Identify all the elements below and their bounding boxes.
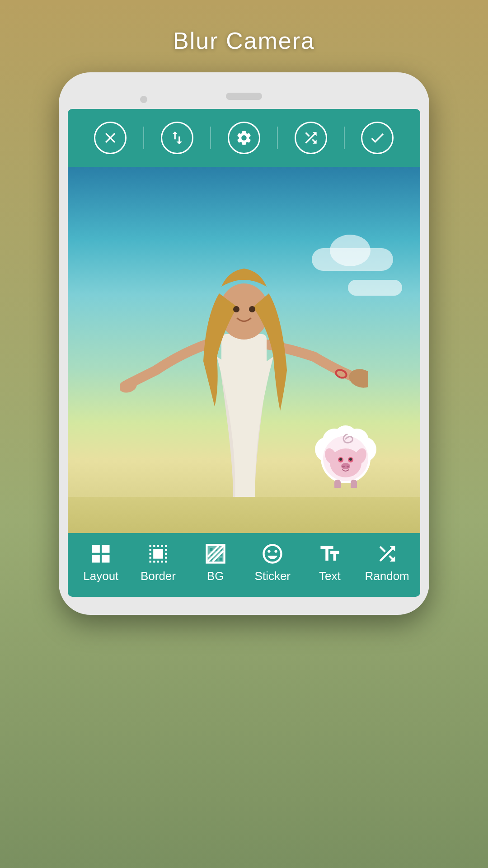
random-tool[interactable]: Random — [365, 542, 410, 583]
ground — [68, 497, 420, 533]
text-tool[interactable]: Text — [307, 542, 352, 583]
border-tool[interactable]: Border — [136, 542, 181, 583]
svg-point-1 — [347, 366, 368, 390]
svg-point-19 — [349, 458, 352, 461]
photo-area — [68, 167, 420, 533]
bottom-toolbar: Layout Border BG — [68, 533, 420, 597]
phone-frame: Layout Border BG — [59, 72, 429, 615]
shuffle-button[interactable] — [295, 122, 327, 154]
phone-screen: Layout Border BG — [68, 109, 420, 597]
phone-top-bar — [68, 86, 420, 109]
sheep-sticker — [307, 415, 384, 488]
close-button[interactable] — [94, 122, 127, 154]
toolbar-divider-1 — [143, 127, 144, 149]
svg-point-22 — [347, 466, 349, 467]
confirm-button[interactable] — [361, 122, 394, 154]
svg-point-5 — [233, 306, 239, 312]
svg-point-21 — [342, 466, 345, 467]
sticker-tool[interactable]: Sticker — [250, 542, 295, 583]
toolbar-divider-4 — [344, 127, 345, 149]
top-toolbar — [68, 109, 420, 167]
toolbar-divider-2 — [210, 127, 211, 149]
svg-point-6 — [249, 306, 255, 312]
svg-point-18 — [339, 458, 342, 461]
toolbar-divider-3 — [277, 127, 278, 149]
svg-rect-2 — [221, 334, 267, 375]
svg-rect-25 — [334, 480, 341, 488]
speaker-grille — [226, 93, 262, 100]
camera-dot — [140, 96, 147, 103]
settings-button[interactable] — [228, 122, 260, 154]
flip-button[interactable] — [161, 122, 193, 154]
svg-rect-26 — [351, 480, 357, 488]
app-title: Blur Camera — [173, 27, 315, 54]
bg-tool[interactable]: BG — [193, 542, 238, 583]
layout-tool[interactable]: Layout — [78, 542, 123, 583]
